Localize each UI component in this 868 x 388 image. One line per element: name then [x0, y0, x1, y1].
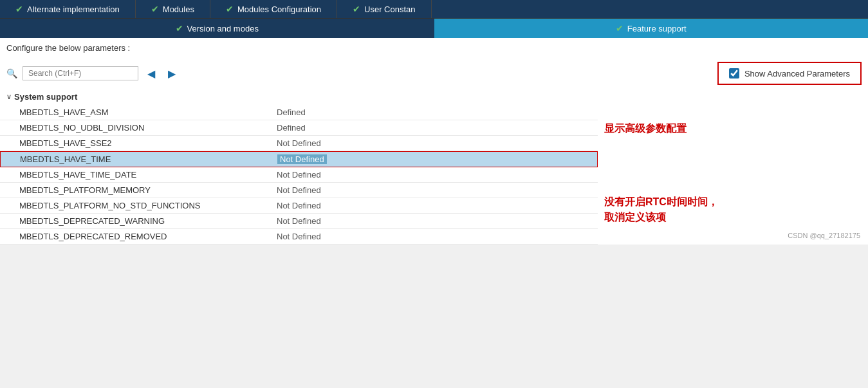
tab-bar-row2: ✔ Version and modes ✔ Feature support	[0, 19, 868, 38]
section-header[interactable]: ∨ System support	[0, 89, 598, 105]
config-description: Configure the below parameters :	[0, 38, 868, 58]
tab-modules[interactable]: ✔ Modules	[136, 0, 210, 18]
search-icon: 🔍	[6, 68, 17, 79]
param-name: MBEDTLS_DEPRECATED_REMOVED	[19, 232, 277, 241]
param-value: Not Defined	[277, 232, 321, 241]
tab-modules-config-label: Modules Configuration	[237, 5, 321, 14]
table-row[interactable]: MBEDTLS_NO_UDBL_DIVISION Defined	[0, 120, 598, 136]
search-input[interactable]	[23, 66, 138, 80]
param-value: Not Defined	[277, 154, 327, 164]
param-name: MBEDTLS_HAVE_SSE2	[19, 138, 277, 148]
param-value: Not Defined	[277, 170, 321, 180]
adv-params-annotation: 显示高级参数配置	[604, 123, 687, 134]
param-list: ∨ System support MBEDTLS_HAVE_ASM Define…	[0, 89, 598, 245]
param-value: Not Defined	[277, 185, 321, 195]
tab-bar-row1: ✔ Alternate implementation ✔ Modules ✔ M…	[0, 0, 868, 19]
tab-version-modes[interactable]: ✔ Version and modes	[0, 19, 434, 38]
param-name: MBEDTLS_HAVE_TIME_DATE	[19, 170, 277, 180]
param-value: Not Defined	[277, 216, 321, 226]
param-name: MBEDTLS_PLATFORM_NO_STD_FUNCTIONS	[19, 201, 277, 210]
table-row[interactable]: MBEDTLS_PLATFORM_MEMORY Not Defined	[0, 183, 598, 198]
check-icon-alt-impl: ✔	[15, 4, 23, 14]
param-name: MBEDTLS_HAVE_TIME	[20, 154, 277, 164]
check-icon-user-const: ✔	[353, 4, 360, 14]
adv-params-label: Show Advanced Parameters	[744, 69, 850, 79]
tab-user-const[interactable]: ✔ User Constan	[337, 0, 431, 18]
table-row[interactable]: MBEDTLS_PLATFORM_NO_STD_FUNCTIONS Not De…	[0, 198, 598, 214]
table-row[interactable]: MBEDTLS_HAVE_ASM Defined	[0, 105, 598, 120]
check-icon-modules-config: ✔	[226, 4, 234, 14]
param-name: MBEDTLS_PLATFORM_MEMORY	[19, 185, 277, 195]
table-row[interactable]: MBEDTLS_HAVE_TIME_DATE Not Defined	[0, 167, 598, 183]
time-annotation-line1: 没有开启RTC时间时间，	[604, 194, 862, 210]
toolbar: 🔍 ◀ ▶ Show Advanced Parameters	[0, 58, 868, 89]
param-value: Not Defined	[277, 201, 321, 210]
param-name: MBEDTLS_HAVE_ASM	[19, 107, 277, 117]
table-row-highlighted[interactable]: MBEDTLS_HAVE_TIME Not Defined	[0, 151, 598, 167]
nav-next-button[interactable]: ▶	[164, 66, 180, 81]
check-icon-version-modes: ✔	[176, 23, 183, 33]
check-icon-feature-support: ✔	[616, 23, 623, 33]
param-value: Defined	[277, 123, 306, 133]
tab-alt-impl[interactable]: ✔ Alternate implementation	[0, 0, 136, 18]
adv-params-checkbox[interactable]	[729, 68, 739, 79]
table-row[interactable]: MBEDTLS_DEPRECATED_WARNING Not Defined	[0, 214, 598, 229]
nav-prev-button[interactable]: ◀	[143, 66, 159, 81]
chevron-down-icon: ∨	[6, 93, 12, 101]
tab-version-modes-label: Version and modes	[187, 24, 259, 33]
time-annotation-line2: 取消定义该项	[604, 210, 862, 225]
adv-params-box: Show Advanced Parameters	[717, 62, 862, 85]
tab-modules-config[interactable]: ✔ Modules Configuration	[210, 0, 337, 18]
tab-alt-impl-label: Alternate implementation	[27, 5, 120, 14]
table-row[interactable]: MBEDTLS_HAVE_SSE2 Not Defined	[0, 136, 598, 151]
param-value: Not Defined	[277, 138, 321, 148]
tab-feature-support-label: Feature support	[627, 24, 687, 33]
check-icon-modules: ✔	[151, 4, 159, 14]
param-value: Defined	[277, 107, 306, 117]
param-name: MBEDTLS_DEPRECATED_WARNING	[19, 216, 277, 226]
tab-user-const-label: User Constan	[364, 5, 415, 14]
csdn-watermark: CSDN @qq_27182175	[788, 232, 860, 239]
annotation-area: 显示高级参数配置 没有开启RTC时间时间， 取消定义该项	[598, 89, 868, 245]
section-title: System support	[14, 92, 77, 102]
main-content: ∨ System support MBEDTLS_HAVE_ASM Define…	[0, 89, 868, 245]
table-row[interactable]: MBEDTLS_DEPRECATED_REMOVED Not Defined	[0, 229, 598, 245]
param-name: MBEDTLS_NO_UDBL_DIVISION	[19, 123, 277, 133]
tab-feature-support[interactable]: ✔ Feature support	[434, 19, 869, 38]
tab-modules-label: Modules	[163, 5, 194, 14]
